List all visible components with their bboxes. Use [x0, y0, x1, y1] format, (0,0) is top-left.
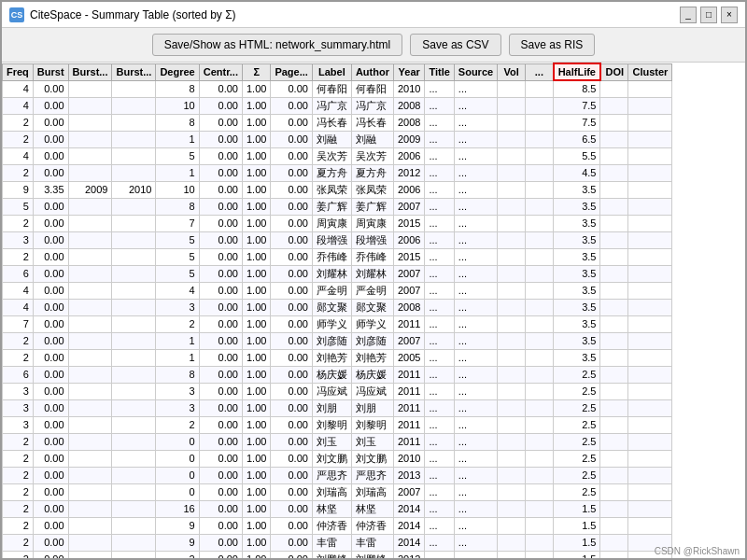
table-cell: [600, 349, 628, 366]
table-cell: 7.5: [554, 114, 600, 131]
table-cell: 1.00: [242, 534, 270, 551]
table-cell: [112, 248, 156, 265]
table-cell: [112, 265, 156, 282]
table-cell: [498, 517, 526, 534]
table-cell: [68, 416, 112, 433]
table-cell: 2: [156, 416, 199, 433]
table-cell: 5: [3, 198, 34, 215]
table-cell: 2.5: [554, 450, 600, 467]
table-cell: [498, 315, 526, 332]
table-cell: 2: [3, 433, 34, 450]
table-cell: 3.5: [554, 181, 600, 198]
save-csv-button[interactable]: Save as CSV: [410, 34, 500, 56]
table-cell: ...: [454, 231, 497, 248]
table-cell: 0.00: [33, 500, 68, 517]
table-cell: [600, 315, 628, 332]
table-cell: ...: [425, 147, 454, 164]
table-cell: [526, 517, 554, 534]
table-cell: 3: [3, 399, 34, 416]
table-row: 20.0010.001.000.00刘彦随刘彦随2007......3.5: [3, 332, 672, 349]
table-cell: [526, 551, 554, 558]
minimize-button[interactable]: _: [680, 7, 697, 23]
table-row: 40.00100.001.000.00冯广京冯广京2008......7.5: [3, 97, 672, 114]
table-cell: 0.00: [33, 467, 68, 483]
table-row: 30.0050.001.000.00段增强段增强2006......3.5: [3, 231, 672, 248]
table-cell: ...: [425, 366, 454, 383]
table-cell: 0.00: [199, 198, 242, 215]
table-cell: [498, 551, 526, 558]
table-cell: 8.5: [554, 80, 600, 97]
maximize-button[interactable]: □: [700, 7, 717, 23]
table-cell: 0.00: [271, 450, 312, 467]
table-cell: 0.00: [271, 349, 312, 366]
table-cell: 2: [3, 131, 34, 147]
table-cell: 8: [156, 80, 199, 97]
table-cell: 16: [156, 500, 199, 517]
table-cell: 0.00: [33, 80, 68, 97]
table-cell: ...: [425, 450, 454, 467]
table-cell: [68, 332, 112, 349]
table-cell: [628, 551, 672, 558]
table-row: 20.0010.001.000.00夏方舟夏方舟2012......4.5: [3, 164, 672, 181]
table-cell: 刘鹏锋: [351, 551, 393, 558]
table-cell: 0.00: [199, 248, 242, 265]
table-cell: 1.00: [242, 416, 270, 433]
table-cell: [498, 248, 526, 265]
table-cell: 0.00: [199, 399, 242, 416]
table-cell: [600, 282, 628, 299]
table-cell: 林坚: [312, 500, 351, 517]
table-cell: [112, 332, 156, 349]
table-cell: [112, 349, 156, 366]
table-cell: [628, 467, 672, 483]
table-cell: 2011: [393, 416, 424, 433]
table-cell: 2: [3, 517, 34, 534]
save-ris-button[interactable]: Save as RIS: [509, 34, 596, 56]
table-cell: 0.00: [33, 483, 68, 500]
table-cell: 1.00: [242, 483, 270, 500]
table-cell: 0.00: [271, 181, 312, 198]
table-cell: [498, 467, 526, 483]
table-cell: ...: [454, 517, 497, 534]
table-cell: 2: [3, 215, 34, 231]
table-cell: ...: [425, 164, 454, 181]
table-cell: 3.5: [554, 198, 600, 215]
table-cell: ...: [454, 80, 497, 97]
col-header-: ...: [526, 63, 554, 80]
table-cell: 2: [3, 483, 34, 500]
col-header-degree: Degree: [156, 63, 199, 80]
table-container[interactable]: FreqBurstBurst...Burst...DegreeCentr...Σ…: [2, 63, 745, 558]
table-cell: 吴次芳: [312, 147, 351, 164]
save-html-button[interactable]: Save/Show as HTML: network_summary.html: [152, 34, 403, 56]
table-cell: [112, 534, 156, 551]
table-cell: [628, 215, 672, 231]
table-cell: 9: [3, 181, 34, 198]
table-cell: ...: [425, 467, 454, 483]
table-cell: [628, 332, 672, 349]
table-cell: 1: [156, 332, 199, 349]
table-cell: 3.5: [554, 332, 600, 349]
table-cell: 0.00: [271, 500, 312, 517]
table-cell: 0.00: [271, 332, 312, 349]
table-cell: 0.00: [33, 517, 68, 534]
table-cell: 1: [156, 131, 199, 147]
table-cell: 0.00: [271, 265, 312, 282]
table-cell: 2: [3, 332, 34, 349]
table-row: 40.0050.001.000.00吴次芳吴次芳2006......5.5: [3, 147, 672, 164]
table-cell: 0.00: [199, 416, 242, 433]
table-cell: ...: [425, 97, 454, 114]
table-cell: 2007: [393, 483, 424, 500]
table-cell: 1.00: [242, 181, 270, 198]
table-cell: ...: [425, 551, 454, 558]
table-cell: 2: [3, 164, 34, 181]
close-button[interactable]: ×: [721, 7, 738, 23]
table-row: 40.0080.001.000.00何春阳何春阳2010......8.5: [3, 80, 672, 97]
table-cell: [112, 551, 156, 558]
table-cell: 仲济香: [351, 517, 393, 534]
table-cell: 0.00: [199, 97, 242, 114]
table-cell: 0.00: [271, 399, 312, 416]
table-cell: 刘耀林: [312, 265, 351, 282]
table-cell: 0.00: [33, 551, 68, 558]
table-row: 93.3520092010100.001.000.00张凤荣张凤荣2006...…: [3, 181, 672, 198]
table-cell: [68, 483, 112, 500]
table-cell: 9: [156, 517, 199, 534]
